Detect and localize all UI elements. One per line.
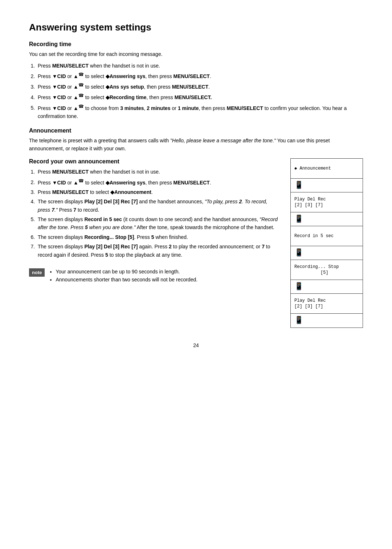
page-number: 24 (29, 342, 363, 348)
recording-time-title: Recording time (29, 41, 363, 48)
step-item: The screen displays Recording... Stop [5… (36, 233, 279, 241)
recording-time-intro: You can set the recording time for each … (29, 50, 363, 58)
step-item: Press MENU/SELECT to select ◆Announcemen… (36, 188, 279, 196)
note-content: Your announcement can be up to 90 second… (50, 268, 197, 284)
note-item: Announcements shorter than two seconds w… (56, 276, 197, 284)
screen-record-5sec: Record in 5 sec (291, 226, 363, 246)
handset-icon-5: 📱 (294, 317, 303, 324)
handset-icon-2: 📱 (294, 216, 303, 223)
step-item: The screen displays Play [2] Del [3] Rec… (36, 243, 279, 259)
screen-icon-5: 📱 (291, 314, 363, 328)
note-item: Your announcement can be up to 90 second… (56, 268, 197, 276)
step-item: Press ▼CID or ▲☎ to select ◆Recording ti… (36, 92, 363, 101)
recording-time-steps: Press MENU/SELECT when the handset is no… (36, 62, 363, 120)
screen-icon-4: 📱 (291, 280, 363, 294)
right-panel: ◆ Announcement 📱 Play Del Rec[2] [3] [7]… (290, 158, 363, 328)
step-item: Press MENU/SELECT when the handset is no… (36, 168, 279, 176)
screen-play-del-rec-2: Play Del Rec[2] [3] [7] (291, 294, 363, 314)
note-box: note Your announcement can be up to 90 s… (29, 268, 279, 284)
handset-icon-4: 📱 (294, 283, 303, 290)
screen-icon-3: 📱 (291, 246, 363, 260)
record-announcement-steps: Press MENU/SELECT when the handset is no… (36, 168, 279, 259)
quote-text: "Hello, please leave a message after the… (170, 138, 276, 143)
step-item: Press ▼CID or ▲☎ to select ◆Answering sy… (36, 178, 279, 187)
step-item: Press ▼CID or ▲☎ to select ◆Ans sys setu… (36, 82, 363, 91)
step-item: Press ▼CID or ▲☎ to select ◆Answering sy… (36, 71, 363, 80)
step-item: The screen displays Record in 5 sec (it … (36, 215, 279, 232)
screen-announcement-text: ◆ Announcement (291, 159, 363, 179)
screen-play-del-rec-1: Play Del Rec[2] [3] [7] (291, 192, 363, 212)
announcement-intro: The telephone is preset with a greeting … (29, 137, 363, 152)
screen-icon-1: 📱 (291, 179, 363, 192)
record-announcement-title: Record your own announcement (29, 158, 279, 165)
note-label: note (29, 268, 45, 277)
step-item: The screen displays Play [2] Del [3] Rec… (36, 198, 279, 214)
step-item: Press MENU/SELECT when the handset is no… (36, 62, 363, 70)
screen-recording-stop: Recording... Stop [5] (291, 260, 363, 280)
handset-icon-3: 📱 (294, 249, 303, 257)
handset-icon-1: 📱 (294, 182, 303, 189)
announcement-title: Announcement (29, 127, 363, 134)
screen-icon-2: 📱 (291, 212, 363, 226)
page-title: Answering system settings (29, 22, 363, 33)
step-item: Press ▼CID or ▲☎ to choose from 3 minute… (36, 103, 363, 120)
